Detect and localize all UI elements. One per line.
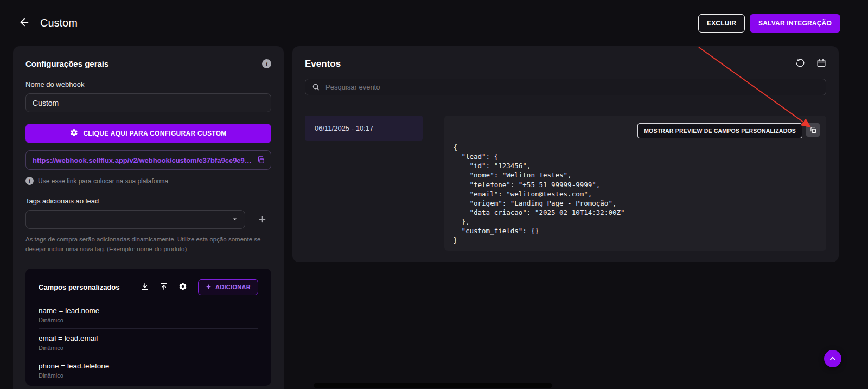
refresh-icon <box>795 58 805 69</box>
topbar: Custom EXCLUIR SALVAR INTEGRAÇÃO <box>0 0 868 46</box>
add-tag-button[interactable] <box>253 211 271 229</box>
webhook-url-box: https://webhook.sellflux.app/v2/webhook/… <box>25 150 271 170</box>
export-button[interactable] <box>159 282 168 292</box>
general-settings-card: Configurações gerais i Nome do webhook C… <box>13 46 284 389</box>
scroll-to-top-button[interactable] <box>824 350 841 367</box>
field-type: Dinâmico <box>39 345 258 351</box>
custom-field-row[interactable]: name = lead.nome Dinâmico <box>39 301 258 328</box>
upload-icon <box>159 282 168 292</box>
gear-icon <box>178 282 187 292</box>
arrow-left-icon <box>18 16 30 30</box>
info-icon: i <box>25 177 34 185</box>
field-mapping: phone = lead.telefone <box>39 362 258 370</box>
calendar-icon <box>816 58 826 69</box>
refresh-button[interactable] <box>795 58 805 69</box>
event-list-item[interactable]: 06/11/2025 - 10:17 <box>305 116 423 141</box>
copy-payload-button[interactable] <box>806 123 820 137</box>
custom-fields-title: Campos personalizados <box>39 283 130 291</box>
event-timestamp: 06/11/2025 - 10:17 <box>315 124 373 132</box>
topbar-actions: EXCLUIR SALVAR INTEGRAÇÃO <box>698 14 840 33</box>
plus-icon <box>206 284 212 291</box>
field-mapping: name = lead.nome <box>39 307 258 315</box>
date-filter-button[interactable] <box>816 58 826 69</box>
horizontal-scrollbar[interactable] <box>314 383 552 388</box>
download-icon <box>141 282 149 292</box>
delete-button[interactable]: EXCLUIR <box>698 14 745 33</box>
event-payload-json: { "lead": { "id": "123456", "nome": "Wel… <box>453 143 818 245</box>
events-title: Eventos <box>305 59 795 69</box>
search-icon <box>312 83 320 91</box>
add-field-label: ADICIONAR <box>215 284 251 290</box>
url-hint-row: i Use esse link para colocar na sua plat… <box>25 177 271 185</box>
add-field-button[interactable]: ADICIONAR <box>198 279 258 295</box>
fields-settings-button[interactable] <box>178 282 187 292</box>
field-type: Dinâmico <box>39 372 258 379</box>
copy-url-icon[interactable] <box>257 156 265 164</box>
field-type: Dinâmico <box>39 317 258 323</box>
field-mapping: email = lead.email <box>39 334 258 342</box>
page-title: Custom <box>40 17 78 29</box>
webhook-name-label: Nome do webhook <box>25 80 271 88</box>
chevron-down-icon <box>232 215 238 225</box>
webhook-url-link[interactable]: https://webhook.sellflux.app/v2/webhook/… <box>33 156 252 164</box>
tags-help-text: As tags de compra serão adicionadas dina… <box>25 235 271 254</box>
show-preview-button[interactable]: MOSTRAR PREVIEW DE CAMPOS PERSONALIZADOS <box>637 123 802 138</box>
events-card: Eventos 06/11/2025 - 10:17 MOSTRAR PREVI <box>292 46 839 262</box>
tags-label: Tags adicionais ao lead <box>25 197 271 205</box>
back-button[interactable] <box>18 16 30 30</box>
gear-icon <box>70 129 78 138</box>
chevron-up-icon <box>829 355 837 362</box>
event-search-bar <box>305 79 826 95</box>
copy-icon <box>809 126 817 134</box>
configure-custom-button[interactable]: CLIQUE AQUI PARA CONFIGURAR CUSTOM <box>25 124 271 143</box>
info-icon[interactable]: i <box>262 59 271 68</box>
general-settings-title: Configurações gerais <box>25 59 108 68</box>
custom-fields-panel: Campos personalizados ADICI <box>25 269 271 386</box>
configure-custom-label: CLIQUE AQUI PARA CONFIGURAR CUSTOM <box>83 130 226 137</box>
event-payload-panel: MOSTRAR PREVIEW DE CAMPOS PERSONALIZADOS… <box>444 116 826 251</box>
url-hint-text: Use esse link para colocar na sua plataf… <box>38 177 168 185</box>
custom-field-row[interactable]: phone = lead.telefone Dinâmico <box>39 356 258 384</box>
custom-field-row[interactable]: email = lead.email Dinâmico <box>39 328 258 356</box>
tags-select[interactable] <box>25 210 245 229</box>
save-integration-button[interactable]: SALVAR INTEGRAÇÃO <box>750 14 840 33</box>
event-search-input[interactable] <box>326 83 819 91</box>
import-button[interactable] <box>141 282 149 292</box>
webhook-name-input[interactable] <box>25 93 271 112</box>
